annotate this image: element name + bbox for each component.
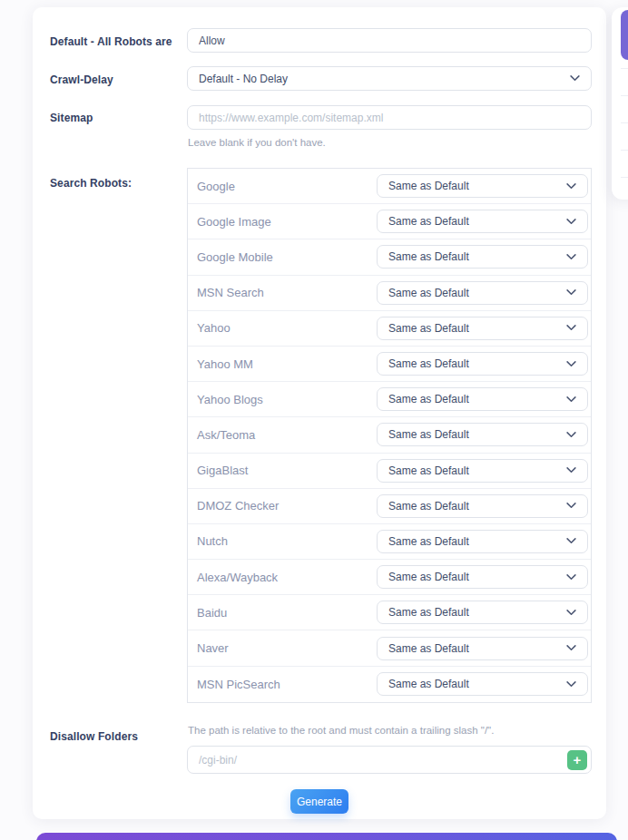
default-robots-input[interactable] — [188, 29, 591, 52]
crawl-delay-label: Crawl-Delay — [50, 73, 113, 86]
disallow-help: The path is relative to the root and mus… — [188, 725, 494, 736]
robot-row-yahoo: Yahoo Same as Default — [188, 311, 591, 347]
robot-policy-select[interactable]: Same as Default — [377, 387, 588, 411]
robot-row-msn-search: MSN Search Same as Default — [188, 276, 591, 311]
robot-policy-select[interactable]: Same as Default — [377, 245, 588, 269]
disallow-input[interactable] — [188, 747, 591, 773]
robot-row-naver: Naver Same as Default — [188, 630, 591, 666]
robot-policy-select[interactable]: Same as Default — [377, 494, 588, 518]
crawl-delay-value: Default - No Delay — [199, 73, 288, 85]
search-robots-table: Google Same as Default Google Image Same… — [187, 168, 592, 703]
adjacent-panel — [612, 7, 628, 200]
chevron-down-icon — [566, 254, 576, 260]
robot-policy-select[interactable]: Same as Default — [377, 352, 588, 376]
chevron-down-icon — [566, 183, 576, 190]
chevron-down-icon — [566, 432, 576, 438]
sitemap-input[interactable] — [188, 106, 591, 129]
robot-policy-select[interactable]: Same as Default — [377, 281, 588, 305]
robot-policy-select[interactable]: Same as Default — [377, 601, 588, 624]
sitemap-help: Leave blank if you don't have. — [188, 137, 326, 148]
crawl-delay-select[interactable]: Default - No Delay — [187, 66, 592, 91]
chevron-down-icon — [566, 289, 576, 296]
add-folder-button[interactable]: + — [567, 750, 587, 770]
sitemap-field — [187, 105, 592, 130]
chevron-down-icon — [566, 681, 576, 688]
panel-accent-block — [621, 10, 628, 60]
robot-policy-select[interactable]: Same as Default — [377, 530, 588, 553]
plus-icon: + — [574, 751, 582, 769]
panel-divider — [621, 95, 628, 96]
default-robots-label: Default - All Robots are — [50, 35, 172, 48]
chevron-down-icon — [566, 610, 576, 616]
chevron-down-icon — [566, 396, 576, 403]
chevron-down-icon — [566, 538, 576, 544]
bottom-panel-edge — [36, 833, 617, 840]
search-robots-label: Search Robots: — [50, 177, 132, 190]
chevron-down-icon — [566, 325, 576, 331]
disallow-field: + — [187, 746, 592, 774]
robot-row-google-image: Google Image Same as Default — [188, 204, 591, 239]
robot-policy-select[interactable]: Same as Default — [377, 565, 588, 589]
robot-row-nutch: Nutch Same as Default — [188, 524, 591, 560]
robot-policy-select[interactable]: Same as Default — [377, 210, 588, 233]
chevron-down-icon — [566, 503, 576, 509]
robot-policy-select[interactable]: Same as Default — [377, 672, 588, 696]
robot-row-dmoz-checker: DMOZ Checker Same as Default — [188, 489, 591, 524]
robots-txt-generator-card: Default - All Robots are Crawl-Delay Def… — [33, 7, 606, 819]
panel-divider — [621, 177, 628, 178]
robot-policy-select[interactable]: Same as Default — [377, 423, 588, 446]
robot-policy-select[interactable]: Same as Default — [377, 459, 588, 483]
robot-row-baidu: Baidu Same as Default — [188, 595, 591, 630]
robot-row-gigablast: GigaBlast Same as Default — [188, 454, 591, 489]
panel-divider — [621, 68, 628, 69]
robot-row-yahoo-mm: Yahoo MM Same as Default — [188, 347, 591, 382]
sitemap-label: Sitemap — [50, 112, 93, 124]
chevron-down-icon — [566, 574, 576, 581]
robot-row-google: Google Same as Default — [188, 169, 591, 204]
robot-policy-select[interactable]: Same as Default — [377, 317, 588, 340]
panel-divider — [621, 122, 628, 123]
robot-row-alexa-wayback: Alexa/Wayback Same as Default — [188, 560, 591, 595]
robot-policy-select[interactable]: Same as Default — [377, 637, 588, 660]
robot-row-google-mobile: Google Mobile Same as Default — [188, 239, 591, 275]
chevron-down-icon — [566, 219, 576, 225]
default-robots-field — [187, 28, 592, 53]
chevron-down-icon — [570, 75, 580, 82]
chevron-down-icon — [566, 361, 576, 367]
disallow-label: Disallow Folders — [50, 730, 138, 743]
robot-row-yahoo-blogs: Yahoo Blogs Same as Default — [188, 382, 591, 417]
generate-button[interactable]: Generate — [290, 789, 348, 814]
robot-row-msn-picsearch: MSN PicSearch Same as Default — [188, 667, 591, 702]
robot-policy-select[interactable]: Same as Default — [377, 174, 588, 198]
panel-divider — [621, 150, 628, 151]
robot-row-ask-teoma: Ask/Teoma Same as Default — [188, 417, 591, 453]
chevron-down-icon — [566, 467, 576, 474]
chevron-down-icon — [566, 645, 576, 651]
